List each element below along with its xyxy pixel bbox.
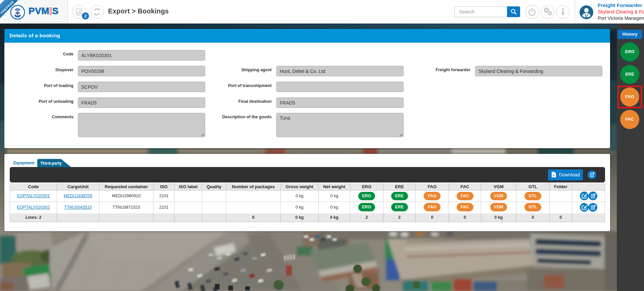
svg-text:x: x [553,173,555,177]
